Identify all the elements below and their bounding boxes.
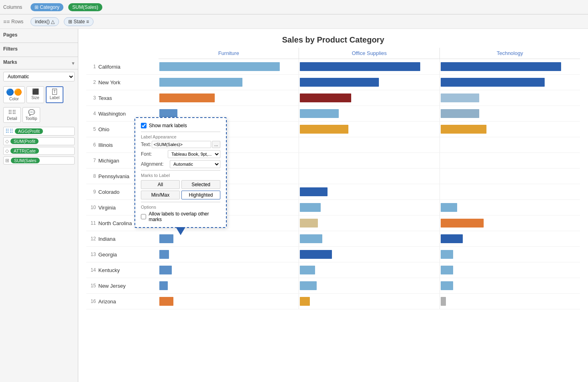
row-index: 2 [86,79,98,85]
label-label: Label [50,96,59,100]
options-section: Options [141,202,220,209]
bar[interactable] [441,281,453,290]
bar[interactable] [441,78,545,87]
bar[interactable] [159,78,242,87]
allow-overlap-checkbox[interactable] [141,214,146,219]
bar-cell [299,200,439,215]
index-pill[interactable]: index() △ [31,17,59,26]
detail-button[interactable]: ⠿⠿ Detail [3,107,21,123]
bar-cell [299,231,439,246]
marks-icons-row1: 🔵🟠 Color ⬛ Size T Label [0,84,78,106]
left-panel: Pages Filters Marks ▾ Automatic Bar Line… [0,29,78,382]
size-icon: ⬛ [32,88,39,95]
bar-cell [299,75,439,90]
row-state-label: Arizona [98,299,159,305]
bar[interactable] [300,250,332,259]
bar[interactable] [441,266,453,274]
bar[interactable] [300,234,322,243]
bar[interactable] [441,250,453,259]
bar[interactable] [441,93,480,102]
bar[interactable] [300,203,321,212]
btn-selected[interactable]: Selected [181,180,220,189]
cat-header-furniture: Furniture [159,48,299,59]
bar[interactable] [441,234,463,243]
marks-type-dropdown[interactable]: Automatic Bar Line [3,72,75,81]
bar[interactable] [159,266,172,274]
chart-row: 13Georgia [86,247,580,262]
field4-pill: SUM(Sales [11,158,40,163]
bar[interactable] [300,281,316,290]
bar[interactable] [441,109,480,118]
chart-area: Sales by Product Category Furniture Offi… [78,29,588,382]
bar-cell [440,231,580,246]
bar[interactable] [300,78,379,87]
row-index: 3 [86,95,98,101]
bar[interactable] [300,109,339,118]
btn-all[interactable]: All [141,180,180,189]
bar-row [159,231,580,246]
bar[interactable] [300,297,309,306]
marks-field-2[interactable]: ◇ SUM(Profit [3,137,75,145]
bar[interactable] [159,62,280,71]
field1-pill: AGG(Profit [15,128,43,134]
color-button[interactable]: 🔵🟠 Color [3,86,25,103]
state-pill[interactable]: ⊞ State ≡ [64,17,94,26]
bar[interactable] [441,125,486,134]
marks-field-3[interactable]: ◇ ATTR(Cate [3,147,75,155]
show-mark-labels-text: Show mark labels [149,123,187,128]
bar[interactable] [159,297,173,306]
show-mark-labels-checkbox[interactable] [141,123,146,128]
bar[interactable] [159,250,169,259]
bar-cell [159,278,299,293]
sum-sales-pill[interactable]: SUM(Sales) [68,3,102,11]
tooltip-button[interactable]: 💬 Tooltip [22,107,40,123]
row-index: 12 [86,236,98,242]
color-label: Color [9,97,19,101]
bar[interactable] [300,266,315,274]
bar-cell [159,90,299,106]
marks-field-1[interactable]: ⠿⠿ AGG(Profit [3,127,75,136]
bar-cell [440,247,580,262]
bar[interactable] [441,219,484,228]
bar[interactable] [441,297,446,306]
bar[interactable] [300,219,318,228]
detail-icon: ⠿⠿ [8,109,16,116]
text-btn[interactable]: ... [212,141,220,148]
bar-cell [299,59,439,74]
bar-cell [159,294,299,309]
bar-cell [440,294,580,309]
bar[interactable] [300,62,420,71]
row-index: 8 [86,173,98,179]
bar[interactable] [159,281,168,290]
bar-cell [440,262,580,278]
bar[interactable] [441,62,561,71]
btn-highlighted[interactable]: Highlighted [181,191,220,199]
field2-icon: ◇ [5,138,9,144]
bar[interactable] [300,93,351,102]
bar[interactable] [300,125,348,134]
marks-field-4[interactable]: ⊞ SUM(Sales [3,156,75,165]
btn-minmax[interactable]: Min/Max [141,191,180,199]
bar[interactable] [159,109,177,118]
bar[interactable] [441,203,457,212]
font-select[interactable]: Tableau Book, 9pt,... [168,150,220,158]
bar-cell [440,106,580,121]
chart-title: Sales by Product Category [78,29,588,48]
font-field-label: Font: [141,151,168,157]
bar[interactable] [159,234,173,243]
bar-cell [299,294,439,309]
pages-title: Pages [3,32,75,38]
chart-row: 14Kentucky [86,262,580,278]
bar-cell [299,153,439,168]
marks-title: Marks [3,59,17,65]
bar[interactable] [159,93,215,102]
bar-cell [440,200,580,215]
size-label: Size [31,96,39,100]
category-pill[interactable]: ⊞ Category [31,3,63,11]
size-button[interactable]: ⬛ Size [26,86,44,103]
bar[interactable] [300,187,328,196]
top-toolbar: Columns ⊞ Category SUM(Sales) ≡≡ Rows in… [0,0,588,29]
text-input[interactable] [152,141,211,148]
label-button[interactable]: T Label [46,86,63,103]
alignment-select[interactable]: Automatic [170,160,220,168]
